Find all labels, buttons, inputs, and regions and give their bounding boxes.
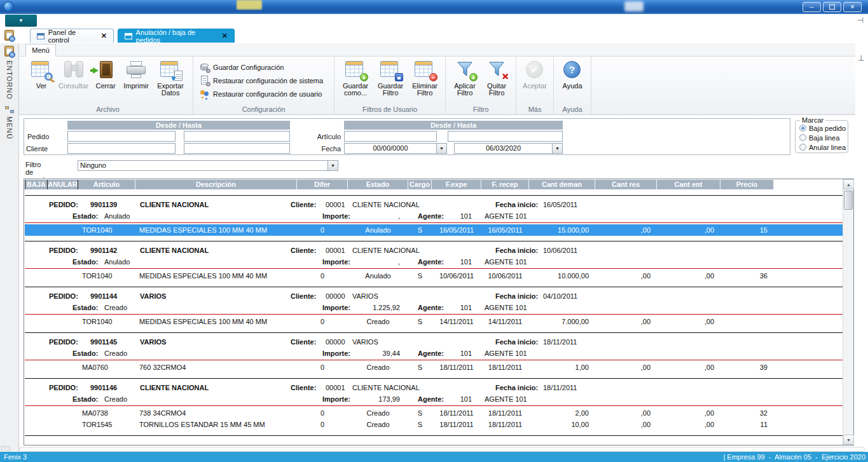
minimize-button[interactable]: ─ <box>803 2 821 12</box>
order-line-row[interactable]: TOR1040MEDIDAS ESPECIALES 100 MM 40 MM0A… <box>25 270 843 282</box>
cell <box>48 362 78 373</box>
chevron-down-icon[interactable]: ▼ <box>552 144 562 153</box>
guardar-configuracion-button[interactable]: Guardar Configuración <box>197 60 330 74</box>
maximize-button[interactable] <box>823 2 841 12</box>
check-circle-icon: ✔ <box>523 60 546 80</box>
app-icon[interactable] <box>3 1 14 12</box>
pedido-to-input[interactable] <box>184 131 290 142</box>
column-header[interactable]: Precio <box>720 180 774 189</box>
column-header[interactable]: Cant res <box>595 180 657 189</box>
order-line-row[interactable]: TOR1040MEDIDAS ESPECIALES 100 MM 40 MM0A… <box>25 224 843 236</box>
entorno-icon[interactable] <box>4 46 14 57</box>
pedido-from-input[interactable] <box>67 131 176 142</box>
radio-anular-linea[interactable]: Anular linea <box>799 143 846 151</box>
cell: S <box>408 270 432 282</box>
cliente-from-input[interactable] <box>67 143 176 154</box>
pin-icon[interactable]: ⊣ <box>857 16 864 25</box>
tab-anulacion-baja-de-pedidos[interactable]: Anulación / baja de pedidos ✕ <box>118 29 235 43</box>
cell: Creado <box>348 316 408 327</box>
ver-button[interactable]: Ver <box>27 58 56 90</box>
ribbon-group-caption: Más <box>520 105 549 114</box>
cell: 16/05/2011 <box>481 224 529 236</box>
scroll-thumb[interactable] <box>844 191 853 210</box>
order-line-row[interactable]: TOR1545TORNILLOS ESTANDAR 15 MM 45 MM0Cr… <box>25 419 843 430</box>
order-line-row[interactable]: MA0738738 34CRMO40CreadoS18/11/201118/11… <box>25 407 843 419</box>
sidebar-item-entorno[interactable]: ENTORNO <box>6 60 13 100</box>
horizontal-scrollbar[interactable] <box>19 447 865 452</box>
column-header[interactable]: Descripción <box>135 180 297 189</box>
column-header[interactable]: Estado <box>348 180 408 189</box>
guardar-filtro-button[interactable]: Guardar Filtro <box>374 58 407 97</box>
cliente-to-input[interactable] <box>184 143 290 154</box>
aceptar-button[interactable]: ✔ Aceptar <box>520 58 549 90</box>
column-header[interactable]: Cargo <box>408 180 432 189</box>
column-header[interactable]: F.expe <box>432 180 481 189</box>
radio-baja-linea[interactable]: Baja linea <box>799 133 839 142</box>
order-line-row[interactable]: MA0760760 32CRMO40CreadoS18/11/201118/11… <box>25 362 843 373</box>
radio-icon <box>799 134 806 141</box>
exportar-datos-button[interactable]: Exportar Datos <box>152 58 189 97</box>
cell: S <box>408 224 432 236</box>
cell: ,00 <box>657 316 720 327</box>
minimize-icon: ─ <box>809 4 813 10</box>
tab-close-icon[interactable]: ✕ <box>222 32 228 40</box>
cell: TOR1040 <box>78 316 135 327</box>
cell: TOR1545 <box>78 419 135 430</box>
imprimir-button[interactable]: Imprimir <box>121 58 151 90</box>
aplicar-filtro-button[interactable]: + Aplicar Filtro <box>450 58 480 97</box>
user-filter-combo[interactable]: Ninguno ▼ <box>78 160 338 171</box>
chevron-down-icon[interactable]: ▼ <box>327 161 338 170</box>
clipboard-gear-icon[interactable] <box>4 30 14 41</box>
fecha-from-combo[interactable]: 00/00/0000 ▼ <box>344 143 447 154</box>
importe-value: 39,44 <box>330 348 400 359</box>
ribbon-tab-menu[interactable]: Menú <box>25 44 56 57</box>
scroll-down-arrow[interactable]: ▼ <box>843 435 854 445</box>
pedido-label: PEDIDO: <box>49 199 78 210</box>
menu-icon[interactable] <box>5 106 14 114</box>
document-gear-icon <box>200 76 210 86</box>
agente-codigo: 101 <box>438 256 472 268</box>
column-header[interactable]: Cant ent <box>657 180 720 189</box>
desde-hasta-header: Desde / Hasta <box>67 121 290 130</box>
cliente-nombre-2: VARIOS <box>352 290 378 302</box>
quitar-filtro-button[interactable]: ✕ Quitar Filtro <box>481 58 512 97</box>
guardar-como-button[interactable]: + Guardar como... <box>338 58 373 97</box>
restaurar-configuracion-sistema-button[interactable]: Restaurar configuración de sistema <box>197 74 330 87</box>
status-app-name: Fenix 3 <box>0 452 27 462</box>
vertical-scrollbar[interactable]: ▲ ▼ <box>843 179 853 445</box>
estado-value: Creado <box>104 348 127 359</box>
restaurar-configuracion-usuario-button[interactable]: Restaurar configuración de usuario <box>197 87 330 100</box>
order-line-row[interactable]: TOR1040MEDIDAS ESPECIALES 100 MM 40 MM0C… <box>25 316 843 327</box>
cliente-label: Cliente: <box>291 290 316 302</box>
cell <box>25 316 48 327</box>
scroll-up-arrow[interactable]: ▲ <box>843 179 854 189</box>
column-header[interactable]: F. recep <box>481 180 529 189</box>
column-header[interactable]: ANULAR <box>48 180 78 189</box>
toolbar-ghost-icon <box>237 0 262 10</box>
cerrar-button[interactable]: Cerrar <box>91 58 120 90</box>
tab-panel-de-control[interactable]: Panel de control ✕ <box>30 29 114 43</box>
articulo-to-input[interactable] <box>448 131 563 142</box>
close-button[interactable]: ✕ <box>843 2 862 12</box>
eliminar-filtro-button[interactable]: − Eliminar Filtro <box>408 58 441 97</box>
column-header[interactable]: Difer <box>297 180 348 189</box>
column-header[interactable]: Cant deman <box>529 180 595 189</box>
fecha-to-combo[interactable]: 06/03/2020 ▼ <box>454 143 563 154</box>
articulo-from-input[interactable] <box>344 131 437 142</box>
consultar-button[interactable]: Consultar <box>57 58 90 90</box>
cliente-label: Cliente: <box>291 382 316 393</box>
ribbon: Ver Consultar Cerrar Imprimir Exportar D… <box>19 57 855 115</box>
column-header[interactable]: Artículo <box>78 180 135 189</box>
marcar-title: Marcar <box>800 116 825 124</box>
radio-baja-pedido[interactable]: Baja pedido <box>799 124 846 132</box>
column-header[interactable]: BAJA <box>25 180 48 189</box>
ribbon-group-mas: ✔ Aceptar Más <box>516 57 554 114</box>
quick-access-dropdown[interactable]: ▼ <box>5 15 37 27</box>
chevron-down-icon[interactable]: ▼ <box>436 144 446 153</box>
ayuda-button[interactable]: ? Ayuda <box>558 58 587 90</box>
sidebar-item-menu[interactable]: MENÚ <box>6 116 13 139</box>
cell <box>48 270 78 282</box>
pin-icon[interactable]: ⊣ <box>857 55 865 61</box>
tab-close-icon[interactable]: ✕ <box>101 32 107 40</box>
cell: MA0760 <box>78 362 135 373</box>
